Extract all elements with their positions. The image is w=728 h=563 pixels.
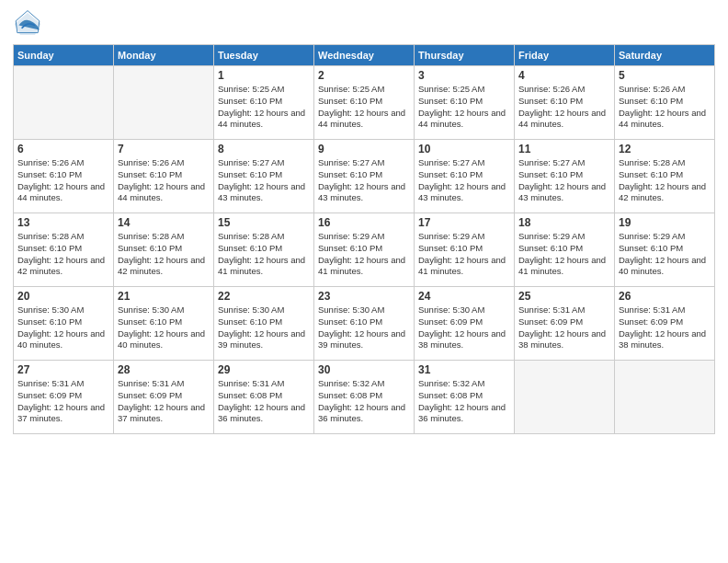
calendar-table: SundayMondayTuesdayWednesdayThursdayFrid…	[13, 44, 715, 434]
calendar-cell: 8Sunrise: 5:27 AMSunset: 6:10 PMDaylight…	[214, 140, 314, 213]
calendar-cell: 18Sunrise: 5:29 AMSunset: 6:10 PMDayligh…	[515, 213, 615, 287]
day-number: 27	[17, 363, 109, 376]
calendar-cell: 19Sunrise: 5:29 AMSunset: 6:10 PMDayligh…	[615, 213, 715, 287]
calendar-cell	[615, 361, 715, 434]
calendar-cell: 9Sunrise: 5:27 AMSunset: 6:10 PMDaylight…	[314, 140, 415, 213]
day-info: Sunrise: 5:31 AMSunset: 6:09 PMDaylight:…	[619, 304, 711, 351]
week-row-1: 1Sunrise: 5:25 AMSunset: 6:10 PMDaylight…	[14, 66, 715, 140]
day-number: 9	[318, 143, 410, 155]
calendar-cell: 22Sunrise: 5:30 AMSunset: 6:10 PMDayligh…	[214, 287, 314, 361]
weekday-header-tuesday: Tuesday	[214, 45, 314, 66]
calendar-cell: 21Sunrise: 5:30 AMSunset: 6:10 PMDayligh…	[114, 287, 214, 361]
weekday-header-saturday: Saturday	[615, 45, 715, 66]
day-number: 2	[318, 69, 410, 82]
day-info: Sunrise: 5:30 AMSunset: 6:10 PMDaylight:…	[118, 304, 210, 351]
day-info: Sunrise: 5:32 AMSunset: 6:08 PMDaylight:…	[318, 378, 410, 425]
day-number: 26	[619, 290, 711, 303]
day-number: 28	[118, 363, 210, 376]
day-info: Sunrise: 5:26 AMSunset: 6:10 PMDaylight:…	[619, 84, 711, 131]
day-number: 14	[118, 216, 210, 229]
day-number: 8	[218, 143, 310, 155]
day-info: Sunrise: 5:26 AMSunset: 6:10 PMDaylight:…	[17, 157, 109, 204]
calendar-cell: 5Sunrise: 5:26 AMSunset: 6:10 PMDaylight…	[615, 66, 715, 140]
week-row-4: 20Sunrise: 5:30 AMSunset: 6:10 PMDayligh…	[14, 287, 715, 361]
calendar-cell: 11Sunrise: 5:27 AMSunset: 6:10 PMDayligh…	[515, 140, 615, 213]
day-info: Sunrise: 5:26 AMSunset: 6:10 PMDaylight:…	[118, 157, 210, 204]
day-info: Sunrise: 5:27 AMSunset: 6:10 PMDaylight:…	[518, 157, 610, 204]
calendar-cell: 12Sunrise: 5:28 AMSunset: 6:10 PMDayligh…	[615, 140, 715, 213]
day-info: Sunrise: 5:25 AMSunset: 6:10 PMDaylight:…	[318, 84, 410, 131]
calendar-cell	[515, 361, 615, 434]
calendar-cell: 25Sunrise: 5:31 AMSunset: 6:09 PMDayligh…	[515, 287, 615, 361]
week-row-5: 27Sunrise: 5:31 AMSunset: 6:09 PMDayligh…	[14, 361, 715, 434]
day-number: 13	[17, 216, 109, 229]
day-number: 4	[518, 69, 610, 82]
weekday-header-sunday: Sunday	[14, 45, 114, 66]
weekday-header-thursday: Thursday	[415, 45, 515, 66]
calendar-cell: 24Sunrise: 5:30 AMSunset: 6:09 PMDayligh…	[415, 287, 515, 361]
calendar-cell: 29Sunrise: 5:31 AMSunset: 6:08 PMDayligh…	[214, 361, 314, 434]
day-info: Sunrise: 5:31 AMSunset: 6:08 PMDaylight:…	[218, 378, 310, 425]
day-number: 20	[17, 290, 109, 303]
day-info: Sunrise: 5:31 AMSunset: 6:09 PMDaylight:…	[118, 378, 210, 425]
day-number: 15	[218, 216, 310, 229]
calendar-cell: 13Sunrise: 5:28 AMSunset: 6:10 PMDayligh…	[14, 213, 114, 287]
day-info: Sunrise: 5:30 AMSunset: 6:10 PMDaylight:…	[218, 304, 310, 351]
calendar-cell: 2Sunrise: 5:25 AMSunset: 6:10 PMDaylight…	[314, 66, 415, 140]
day-info: Sunrise: 5:29 AMSunset: 6:10 PMDaylight:…	[518, 231, 610, 278]
day-info: Sunrise: 5:25 AMSunset: 6:10 PMDaylight:…	[218, 84, 310, 131]
day-info: Sunrise: 5:28 AMSunset: 6:10 PMDaylight:…	[17, 231, 109, 278]
day-info: Sunrise: 5:31 AMSunset: 6:09 PMDaylight:…	[518, 304, 610, 351]
day-info: Sunrise: 5:30 AMSunset: 6:09 PMDaylight:…	[418, 304, 510, 351]
day-info: Sunrise: 5:31 AMSunset: 6:09 PMDaylight:…	[17, 378, 109, 425]
day-info: Sunrise: 5:29 AMSunset: 6:10 PMDaylight:…	[619, 231, 711, 278]
day-number: 12	[619, 143, 711, 155]
week-row-3: 13Sunrise: 5:28 AMSunset: 6:10 PMDayligh…	[14, 213, 715, 287]
day-number: 22	[218, 290, 310, 303]
day-info: Sunrise: 5:28 AMSunset: 6:10 PMDaylight:…	[619, 157, 711, 204]
weekday-header-friday: Friday	[515, 45, 615, 66]
week-row-2: 6Sunrise: 5:26 AMSunset: 6:10 PMDaylight…	[14, 140, 715, 213]
calendar-cell	[114, 66, 214, 140]
day-number: 29	[218, 363, 310, 376]
day-number: 25	[518, 290, 610, 303]
calendar-cell: 7Sunrise: 5:26 AMSunset: 6:10 PMDaylight…	[114, 140, 214, 213]
calendar-cell: 10Sunrise: 5:27 AMSunset: 6:10 PMDayligh…	[415, 140, 515, 213]
calendar-cell: 20Sunrise: 5:30 AMSunset: 6:10 PMDayligh…	[14, 287, 114, 361]
calendar-cell: 15Sunrise: 5:28 AMSunset: 6:10 PMDayligh…	[214, 213, 314, 287]
day-info: Sunrise: 5:26 AMSunset: 6:10 PMDaylight:…	[518, 84, 610, 131]
calendar-cell: 26Sunrise: 5:31 AMSunset: 6:09 PMDayligh…	[615, 287, 715, 361]
day-number: 3	[418, 69, 510, 82]
day-number: 11	[518, 143, 610, 155]
day-info: Sunrise: 5:27 AMSunset: 6:10 PMDaylight:…	[418, 157, 510, 204]
day-number: 17	[418, 216, 510, 229]
day-number: 21	[118, 290, 210, 303]
calendar-cell: 31Sunrise: 5:32 AMSunset: 6:08 PMDayligh…	[415, 361, 515, 434]
calendar-cell: 16Sunrise: 5:29 AMSunset: 6:10 PMDayligh…	[314, 213, 415, 287]
day-number: 31	[418, 363, 510, 376]
day-number: 1	[218, 69, 310, 82]
day-info: Sunrise: 5:28 AMSunset: 6:10 PMDaylight:…	[218, 231, 310, 278]
day-info: Sunrise: 5:27 AMSunset: 6:10 PMDaylight:…	[218, 157, 310, 204]
logo	[13, 9, 44, 39]
calendar-cell: 28Sunrise: 5:31 AMSunset: 6:09 PMDayligh…	[114, 361, 214, 434]
day-number: 24	[418, 290, 510, 303]
day-info: Sunrise: 5:29 AMSunset: 6:10 PMDaylight:…	[318, 231, 410, 278]
calendar-cell: 14Sunrise: 5:28 AMSunset: 6:10 PMDayligh…	[114, 213, 214, 287]
logo-icon	[13, 9, 42, 39]
day-number: 16	[318, 216, 410, 229]
day-info: Sunrise: 5:25 AMSunset: 6:10 PMDaylight:…	[418, 84, 510, 131]
day-number: 10	[418, 143, 510, 155]
day-number: 5	[619, 69, 711, 82]
day-info: Sunrise: 5:29 AMSunset: 6:10 PMDaylight:…	[418, 231, 510, 278]
day-info: Sunrise: 5:30 AMSunset: 6:10 PMDaylight:…	[17, 304, 109, 351]
calendar-cell: 23Sunrise: 5:30 AMSunset: 6:10 PMDayligh…	[314, 287, 415, 361]
day-info: Sunrise: 5:30 AMSunset: 6:10 PMDaylight:…	[318, 304, 410, 351]
calendar-cell: 27Sunrise: 5:31 AMSunset: 6:09 PMDayligh…	[14, 361, 114, 434]
day-number: 19	[619, 216, 711, 229]
page-header	[13, 9, 715, 39]
weekday-header-row: SundayMondayTuesdayWednesdayThursdayFrid…	[14, 45, 715, 66]
day-info: Sunrise: 5:32 AMSunset: 6:08 PMDaylight:…	[418, 378, 510, 425]
day-number: 7	[118, 143, 210, 155]
calendar-cell: 17Sunrise: 5:29 AMSunset: 6:10 PMDayligh…	[415, 213, 515, 287]
